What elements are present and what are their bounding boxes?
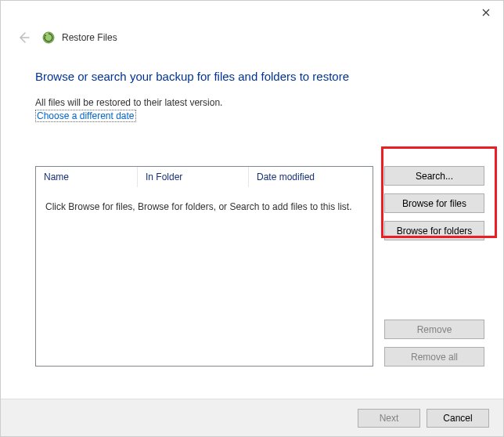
restore-files-icon (41, 31, 56, 45)
content-area: Browse or search your backup for files a… (35, 70, 484, 367)
description-text: All files will be restored to their late… (35, 97, 484, 108)
column-header-name[interactable]: Name (36, 167, 138, 187)
page-heading: Browse or search your backup for files a… (35, 70, 484, 83)
close-icon (482, 9, 490, 16)
title-bar: Restore Files (16, 31, 488, 45)
footer-bar: Next Cancel (1, 399, 503, 436)
remove-button: Remove (384, 320, 484, 339)
column-header-date-modified[interactable]: Date modified (249, 167, 373, 187)
window-title: Restore Files (62, 32, 117, 43)
side-button-column: Search... Browse for files Browse for fo… (384, 166, 484, 367)
cancel-button[interactable]: Cancel (427, 409, 489, 428)
browse-files-button[interactable]: Browse for files (384, 193, 484, 213)
back-button[interactable] (16, 31, 31, 45)
browse-folders-button[interactable]: Browse for folders (384, 221, 484, 240)
next-button: Next (358, 409, 420, 428)
file-list-panel: Name In Folder Date modified Click Brows… (35, 166, 373, 367)
list-empty-hint: Click Browse for files, Browse for folde… (36, 187, 373, 226)
remove-all-button: Remove all (384, 347, 484, 367)
column-header-in-folder[interactable]: In Folder (138, 167, 249, 187)
back-arrow-icon (17, 31, 30, 44)
list-header: Name In Folder Date modified (36, 167, 373, 187)
choose-date-link[interactable]: Choose a different date (35, 110, 136, 122)
search-button[interactable]: Search... (384, 166, 484, 186)
close-button[interactable] (468, 1, 503, 24)
